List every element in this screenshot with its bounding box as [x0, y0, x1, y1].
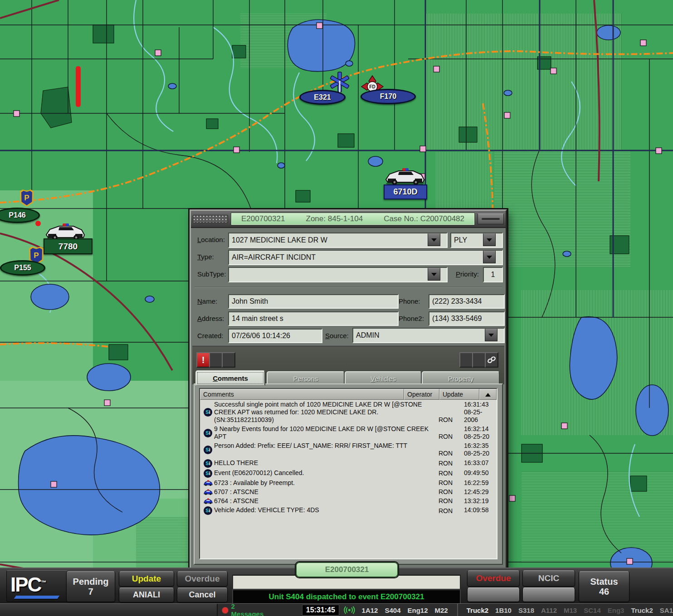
cancel-button[interactable]: Cancel: [177, 587, 228, 602]
event-dialog: E200700321 Zone: 845-1-104 Case No.: C20…: [190, 209, 507, 570]
status-strip: 2 Messages 15:31:45 1A12 S404 Eng12 M22 …: [0, 603, 673, 616]
comment-row[interactable]: 6707 : ATSCNE RON 12:45:29: [200, 487, 497, 496]
alert-icon: !: [202, 355, 205, 365]
police-car-icon: [203, 489, 213, 495]
comment-row[interactable]: Si 9 Nearby Events found for 1020 MEDICI…: [200, 424, 497, 441]
collapse-button[interactable]: [478, 213, 504, 224]
toolstrip-button[interactable]: [222, 352, 235, 368]
overdue-right-button[interactable]: Overdue: [467, 570, 520, 587]
phone-label: Phone:: [399, 297, 420, 305]
phone2-label: Phone2:: [399, 315, 424, 322]
location-label: Location:: [197, 236, 225, 243]
tab-comments[interactable]: Comments: [195, 370, 265, 386]
toolstrip-button[interactable]: [209, 352, 223, 368]
comment-row[interactable]: Si HELLO THERE RON 16:33:07: [200, 458, 497, 468]
aniali-button[interactable]: ANIALI: [119, 587, 174, 602]
messages-indicator[interactable]: 2 Messages: [222, 602, 268, 616]
unit-chip[interactable]: S404: [385, 606, 400, 614]
cad-screen: FD E321 F170 6710D 7780: [0, 0, 673, 616]
ipc-logo: IPC™: [6, 570, 68, 602]
unit-marker-7780[interactable]: 7780: [44, 238, 93, 254]
phone2-field[interactable]: (134) 333-5469: [429, 311, 505, 326]
status-spacer: [0, 604, 218, 616]
update-button[interactable]: Update: [119, 571, 174, 587]
source-dropdown-button[interactable]: [485, 329, 497, 341]
message-alert-icon: [222, 607, 228, 613]
comment-row[interactable]: Si Person Added: Prefix: EEE/ LAST_NAME:…: [200, 441, 497, 458]
subtype-label: SubType:: [197, 270, 226, 278]
type-dropdown-button[interactable]: [483, 251, 496, 263]
unit-marker-e321[interactable]: E321: [299, 90, 346, 105]
unit-chip[interactable]: Eng12: [408, 606, 428, 614]
chain-link-icon: [487, 356, 496, 364]
toolstrip-button[interactable]: [459, 352, 473, 368]
location-dropdown-button[interactable]: [428, 233, 440, 246]
titlebar-readout: E200700321 Zone: 845-1-104 Case No.: C20…: [231, 213, 475, 225]
unit-chip[interactable]: S318: [518, 606, 534, 614]
map-red-annotation: [76, 66, 81, 107]
unit-chip[interactable]: SC14: [584, 606, 601, 614]
name-label: Name:: [197, 297, 217, 305]
comment-row[interactable]: Si Event (E062070012) Cancelled. RON 09:…: [200, 468, 497, 478]
radio-broadcast-icon: [344, 606, 355, 615]
event-number: E200700321: [241, 214, 285, 223]
police-badge-icon[interactable]: P: [20, 189, 34, 207]
blank-button[interactable]: [522, 587, 575, 602]
overdue-left-button[interactable]: Overdue: [177, 571, 228, 587]
unit-chip[interactable]: 1B10: [495, 606, 512, 614]
alert-button[interactable]: !: [196, 352, 210, 368]
dialog-titlebar[interactable]: E200700321 Zone: 845-1-104 Case No.: C20…: [191, 211, 506, 228]
column-operator[interactable]: Operator: [404, 389, 439, 400]
comments-panel: Comments Operator Update Si Successful s…: [194, 383, 503, 565]
other-units-group: Truck2 1B10 S318 A112 M13 SC14 Eng3 Truc…: [457, 604, 673, 616]
comment-row[interactable]: Si Successful single point match of 1020…: [200, 400, 497, 424]
unit-chip[interactable]: 1A12: [362, 606, 378, 614]
scroll-up-button[interactable]: [479, 389, 497, 400]
unit-chip[interactable]: Eng3: [608, 606, 624, 614]
comment-row[interactable]: 6723 : Available by Preempt. RON 16:22:5…: [200, 478, 497, 487]
name-field[interactable]: John Smith: [228, 294, 399, 309]
unit-marker-f170[interactable]: F170: [361, 89, 416, 104]
unit-chip[interactable]: SA1: [660, 606, 673, 614]
phone-field[interactable]: (222) 233-3434: [429, 294, 505, 309]
priority-field[interactable]: 1: [483, 267, 503, 282]
address-label: Address:: [197, 315, 224, 322]
link-button[interactable]: [485, 352, 498, 368]
comment-row[interactable]: Si Vehicle Added: VEHICLE TYPE: 4DS RON …: [200, 505, 497, 515]
pending-button[interactable]: Pending 7: [66, 571, 115, 602]
unit-marker-6710d[interactable]: 6710D: [384, 184, 427, 199]
info-icon: Si: [204, 469, 212, 478]
comments-list: Comments Operator Update Si Successful s…: [199, 388, 497, 559]
toolstrip-button[interactable]: [472, 352, 486, 368]
event-case: Case No.: C200700482: [384, 214, 464, 223]
unit-marker-p155[interactable]: P155: [0, 260, 45, 276]
ncic-button[interactable]: NCIC: [522, 570, 575, 587]
status-button[interactable]: Status 46: [579, 571, 629, 602]
active-event-tab[interactable]: E200700321: [296, 562, 398, 577]
blank-button[interactable]: [467, 587, 520, 602]
subtype-field[interactable]: [228, 267, 448, 282]
column-update[interactable]: Update: [439, 389, 479, 400]
unit-chip[interactable]: M13: [564, 606, 577, 614]
police-car-icon: [203, 480, 213, 486]
location-field[interactable]: 1027 MEDICINE LAKE DR W: [228, 233, 448, 248]
type-field[interactable]: AIR=AIRCRAFT INCIDNT: [228, 250, 503, 265]
source-label: Source:: [325, 332, 349, 340]
titlebar-grip[interactable]: [193, 215, 228, 223]
source-combo[interactable]: ADMIN: [352, 328, 505, 343]
comment-row[interactable]: 6764 : ATSCNE RON 13:32:19: [200, 496, 497, 505]
unit-chip[interactable]: A112: [541, 606, 557, 614]
column-comments[interactable]: Comments: [200, 389, 404, 400]
created-field[interactable]: 07/26/06 10:14:26: [228, 329, 322, 343]
police-car-icon[interactable]: [383, 166, 427, 186]
subtype-dropdown-button[interactable]: [428, 268, 440, 281]
address-field[interactable]: 14 main street s: [228, 311, 399, 326]
info-icon: Si: [204, 459, 212, 468]
type-label: Type:: [197, 253, 214, 261]
jurisdiction-dropdown-button[interactable]: [483, 233, 496, 246]
unit-chip[interactable]: Truck2: [467, 606, 488, 614]
unit-chip[interactable]: M22: [435, 606, 448, 614]
clock: 15:31:45: [302, 605, 339, 616]
unit-chip[interactable]: Truck2: [631, 606, 653, 614]
info-icon: Si: [204, 408, 212, 417]
